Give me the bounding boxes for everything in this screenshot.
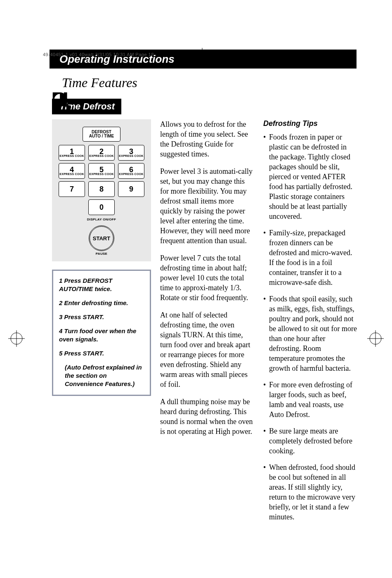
key-3: 3EXPRESS COOK — [118, 145, 144, 161]
page-subtitle: Time Features — [62, 75, 392, 90]
key-2: 2EXPRESS COOK — [88, 145, 115, 161]
steps-note: (Auto Defrost explained in the section o… — [59, 363, 144, 388]
tip-3: Foods that spoil easily, such as milk, e… — [263, 294, 357, 373]
start-button: START — [89, 225, 114, 251]
display-label: DISPLAY ON/OFF — [58, 218, 145, 221]
key-row-2: 4EXPRESS COOK 5EXPRESS COOK 6EXPRESS COO… — [58, 163, 145, 179]
registration-left — [8, 330, 25, 347]
key-7: 7 — [59, 181, 85, 197]
para-5: A dull thumping noise may be heard durin… — [160, 397, 254, 436]
para-2: Power level 3 is automati-cally set, but… — [160, 166, 254, 246]
left-column: DEFROST AUTO / TIME 1EXPRESS COOK 2EXPRE… — [52, 119, 151, 396]
key-row-1: 1EXPRESS COOK 2EXPRESS COOK 3EXPRESS COO… — [58, 145, 145, 161]
key-1: 1EXPRESS COOK — [59, 145, 85, 161]
key-5: 5EXPRESS COOK — [88, 163, 115, 179]
para-4: At one half of selected defrosting time,… — [160, 310, 254, 389]
step-4: 4 Turn food over when the oven signals. — [59, 327, 144, 343]
key-9: 9 — [118, 181, 144, 197]
key-row-4: 0 — [58, 199, 145, 215]
right-column: Defrosting Tips Foods frozen in paper or… — [263, 119, 357, 528]
svg-point-11 — [66, 105, 71, 110]
registration-top — [177, 48, 227, 64]
middle-column: Allows you to defrost for the length of … — [160, 119, 254, 444]
svg-rect-10 — [64, 92, 67, 107]
tip-1: Foods frozen in paper or plastic can be … — [263, 132, 357, 221]
para-1: Allows you to defrost for the length of … — [160, 119, 254, 159]
key-row-3: 7 8 9 — [58, 181, 145, 197]
key-4: 4EXPRESS COOK — [59, 163, 85, 179]
step-3: 3 Press START. — [59, 313, 144, 321]
tips-list: Foods frozen in paper or plastic can be … — [263, 132, 357, 522]
tips-title: Defrosting Tips — [263, 119, 357, 128]
crop-line: 49-40451-1 v01 40watt 3/31/05 10:31 AM P… — [43, 52, 154, 57]
tip-6: When defrosted, food should be cool but … — [263, 462, 357, 522]
key-6: 6EXPRESS COOK — [118, 163, 144, 179]
tip-2: Family-size, prepackaged frozen dinners … — [263, 228, 357, 287]
section-icon — [50, 89, 73, 113]
tip-5: Be sure large meats are completely defro… — [263, 426, 357, 456]
step-2: 2 Enter defrosting time. — [59, 299, 144, 307]
key-8: 8 — [88, 181, 115, 197]
registration-right — [367, 330, 384, 347]
step-5: 5 Press START. — [59, 349, 144, 358]
step-1: 1 Press DEFROST AUTO/TIME twice. — [59, 277, 144, 293]
pause-label: PAUSE — [58, 252, 145, 256]
key-0: 0 — [88, 199, 115, 215]
defrost-button: DEFROST AUTO / TIME — [83, 127, 120, 142]
steps-box: 1 Press DEFROST AUTO/TIME twice. 2 Enter… — [52, 270, 151, 396]
tip-4: For more even defrosting of larger foods… — [263, 380, 357, 419]
para-3: Power level 7 cuts the total defrosting … — [160, 253, 254, 303]
manual-page: 49-40451-1 v01 40watt 3/31/05 10:31 AM P… — [0, 50, 392, 578]
control-panel: DEFROST AUTO / TIME 1EXPRESS COOK 2EXPRE… — [52, 119, 151, 261]
content-columns: DEFROST AUTO / TIME 1EXPRESS COOK 2EXPRE… — [52, 119, 357, 528]
